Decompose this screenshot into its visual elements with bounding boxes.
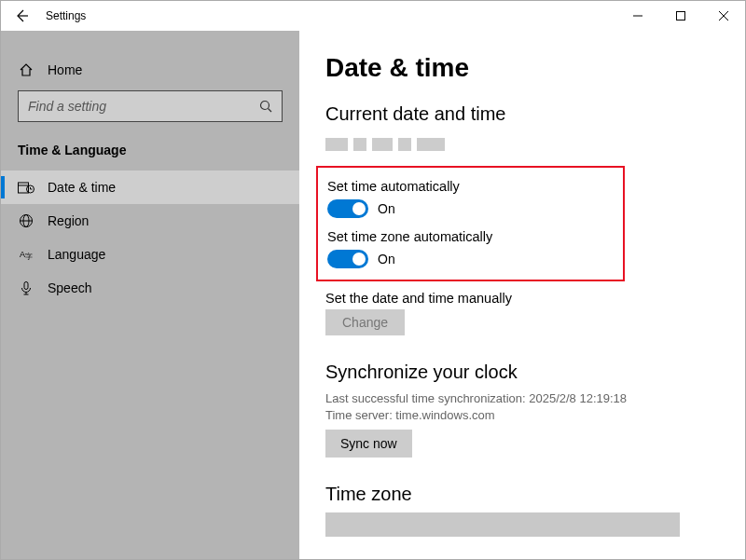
home-icon — [18, 62, 35, 77]
search-input[interactable] — [28, 99, 233, 114]
sidebar-home-label: Home — [48, 62, 82, 77]
set-time-auto-toggle[interactable] — [327, 199, 368, 218]
timezone-select-blurred[interactable] — [325, 512, 680, 537]
minimize-button[interactable] — [616, 1, 659, 31]
sidebar-item-label: Date & time — [48, 180, 116, 195]
set-tz-auto-state: On — [378, 252, 395, 266]
sidebar-item-label: Language — [48, 247, 105, 262]
search-icon — [259, 100, 272, 113]
set-time-auto-label: Set time automatically — [327, 179, 492, 194]
sidebar-item-speech[interactable]: Speech — [1, 271, 299, 305]
set-tz-auto-toggle[interactable] — [327, 250, 368, 268]
sidebar-item-label: Speech — [48, 280, 91, 295]
search-input-wrap[interactable] — [18, 90, 283, 122]
sidebar-item-label: Region — [48, 213, 89, 228]
window-title: Settings — [46, 9, 86, 22]
sync-last: Last successful time synchronization: 20… — [325, 390, 719, 407]
sync-now-button[interactable]: Sync now — [325, 430, 412, 458]
back-button[interactable] — [14, 8, 29, 23]
svg-line-5 — [269, 109, 272, 113]
set-time-auto-state: On — [378, 201, 395, 216]
date-time-icon — [18, 181, 35, 194]
set-tz-auto-label: Set time zone automatically — [327, 229, 492, 244]
globe-icon — [18, 213, 35, 228]
annotation-highlight: Set time automatically On Set time zone … — [316, 166, 625, 281]
close-button[interactable] — [702, 1, 745, 31]
titlebar: Settings — [1, 1, 745, 31]
sidebar-item-date-time[interactable]: Date & time — [1, 171, 299, 204]
sidebar: Home Time & Language Date & time — [1, 31, 299, 559]
page-title: Date & time — [325, 53, 719, 83]
sidebar-home[interactable]: Home — [1, 57, 299, 83]
sidebar-category: Time & Language — [1, 139, 299, 171]
change-button[interactable]: Change — [325, 309, 405, 335]
svg-rect-14 — [24, 282, 28, 290]
sidebar-item-region[interactable]: Region — [1, 204, 299, 238]
svg-point-4 — [261, 102, 269, 110]
maximize-button[interactable] — [659, 1, 702, 31]
set-manual-label: Set the date and time manually — [325, 291, 719, 306]
sidebar-item-language[interactable]: A字 Language — [1, 238, 299, 271]
main-content: Date & time Current date and time Set ti… — [299, 31, 745, 559]
svg-rect-1 — [677, 12, 685, 20]
sync-server: Time server: time.windows.com — [325, 407, 719, 424]
microphone-icon — [18, 280, 35, 295]
current-datetime-heading: Current date and time — [325, 103, 719, 125]
current-datetime-value-blurred — [325, 138, 719, 158]
sync-heading: Synchronize your clock — [325, 362, 719, 383]
language-icon: A字 — [18, 247, 35, 262]
timezone-heading: Time zone — [325, 484, 719, 505]
svg-text:字: 字 — [25, 253, 33, 261]
